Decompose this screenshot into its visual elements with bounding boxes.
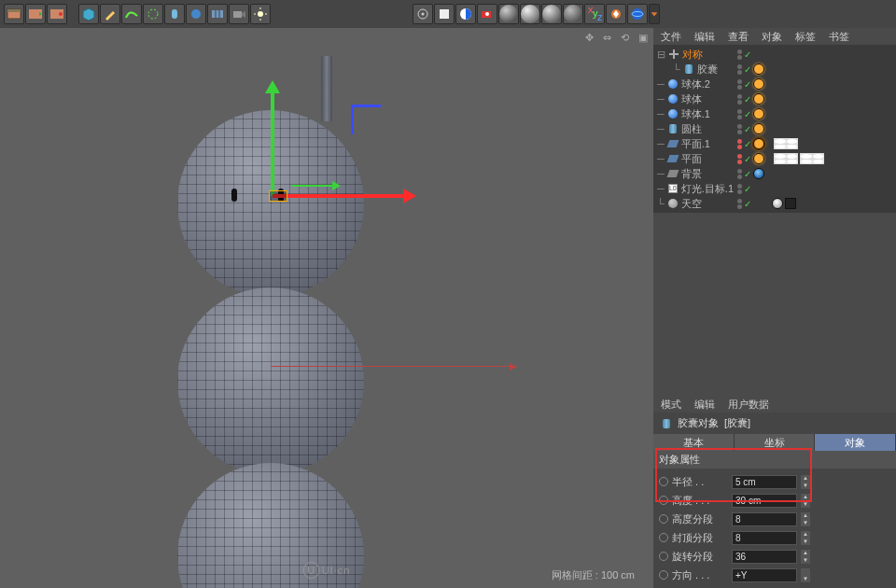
- region-icon[interactable]: [434, 4, 455, 24]
- target-icon[interactable]: [413, 4, 433, 24]
- attr-menu-userdata[interactable]: 用户数据: [728, 398, 769, 412]
- tree-label: 平面: [681, 152, 702, 166]
- mat-ball1-icon[interactable]: [498, 4, 519, 24]
- dropdown-icon[interactable]: ▼: [801, 568, 810, 582]
- toolbar-group-anim: [4, 4, 67, 24]
- orbit-icon[interactable]: ⟲: [621, 32, 629, 44]
- keyframe-dot[interactable]: [659, 514, 668, 524]
- spinner[interactable]: ▲▼: [801, 531, 810, 545]
- mat-ball4-icon[interactable]: [563, 4, 583, 24]
- menu-edit[interactable]: 编辑: [694, 30, 715, 44]
- viewport-nav-icons[interactable]: ✥ ⇔ ⟲ ▣: [585, 32, 648, 44]
- dir-input[interactable]: [732, 568, 797, 582]
- tree-row-plane[interactable]: ─ 平面 ✓: [653, 151, 896, 166]
- tube-icon[interactable]: [164, 4, 185, 24]
- attr-menu-edit[interactable]: 编辑: [694, 398, 715, 412]
- spinner[interactable]: ▲▼: [801, 475, 810, 489]
- tab-coord[interactable]: 坐标: [735, 434, 816, 451]
- keyframe-icon[interactable]: [25, 4, 46, 24]
- capseg-input[interactable]: [732, 531, 797, 545]
- xyz-icon[interactable]: xyz: [584, 4, 605, 24]
- attr-tabs: 基本 坐标 对象: [653, 434, 896, 451]
- attr-label: 方向 . . .: [672, 568, 728, 582]
- viewport[interactable]: ✥ ⇔ ⟲ ▣ UUI·cn 网格间距 : 100 cm: [0, 28, 653, 588]
- globe-icon[interactable]: [627, 4, 648, 24]
- svg-point-21: [422, 13, 425, 16]
- gizmo-xy-plane[interactable]: [291, 185, 338, 187]
- mat-ball3-icon[interactable]: [541, 4, 562, 24]
- tree-row-bg[interactable]: ─ 背景 ✓: [653, 166, 896, 181]
- keyframe-dot[interactable]: [659, 496, 668, 505]
- mat-ball2-icon[interactable]: [520, 4, 540, 24]
- right-column: 文件 编辑 查看 对象 标签 书签 ⊟ 对称 ✓ └ 胶囊 ✓: [653, 28, 896, 588]
- maximize-icon[interactable]: ▣: [638, 32, 648, 44]
- object-tree[interactable]: ⊟ 对称 ✓ └ 胶囊 ✓ ─ 球体.2 ✓ ─ 球体 ✓: [653, 45, 896, 213]
- tree-label: 平面.1: [681, 137, 710, 151]
- keyframe-dot[interactable]: [659, 570, 668, 580]
- contrast-icon[interactable]: [455, 4, 476, 24]
- render-icon[interactable]: [477, 4, 497, 24]
- attr-menu-mode[interactable]: 模式: [661, 398, 681, 412]
- tree-row-capsule[interactable]: └ 胶囊 ✓: [653, 62, 896, 77]
- camera-icon[interactable]: [229, 4, 249, 24]
- tree-row-sphere[interactable]: ─ 球体 ✓: [653, 91, 896, 106]
- menu-view[interactable]: 查看: [728, 30, 749, 44]
- radius-input[interactable]: [732, 475, 797, 489]
- sphere-icon[interactable]: [186, 4, 206, 24]
- tree-row-plane1[interactable]: ─ 平面.1 ✓: [653, 136, 896, 151]
- svg-rect-8: [172, 9, 177, 19]
- tab-object[interactable]: 对象: [815, 434, 896, 451]
- attr-label: 半径 . .: [672, 475, 728, 489]
- gizmo-x-axis[interactable]: [273, 194, 413, 198]
- tree-label: 圆柱: [681, 122, 702, 136]
- rotseg-input[interactable]: [732, 550, 797, 564]
- tree-label: 球体.2: [681, 77, 710, 91]
- pencil-icon[interactable]: [100, 4, 120, 24]
- curve-icon[interactable]: [121, 4, 142, 24]
- height-input[interactable]: [732, 494, 797, 508]
- tree-row-cylinder[interactable]: ─ 圆柱 ✓: [653, 121, 896, 136]
- grid-icon[interactable]: [207, 4, 228, 24]
- attribute-manager: 模式 编辑 用户数据 胶囊对象 [胶囊] 基本 坐标 对象 对象属性: [653, 396, 896, 588]
- attr-row-height: 高度 . . . ▲▼: [659, 491, 890, 510]
- tree-row-sphere1[interactable]: ─ 球体.1 ✓: [653, 106, 896, 121]
- deformer-icon[interactable]: [143, 4, 163, 24]
- scene-axis-line: [271, 366, 513, 367]
- tree-row-sky[interactable]: └ 天空 ✓: [653, 196, 896, 211]
- tree-row-symmetry[interactable]: ⊟ 对称 ✓: [653, 47, 896, 62]
- zoom-icon[interactable]: ⇔: [603, 32, 611, 44]
- timeline-icon[interactable]: [4, 4, 24, 24]
- hseg-input[interactable]: [732, 512, 797, 526]
- tab-basic[interactable]: 基本: [653, 434, 735, 451]
- motion-icon[interactable]: [47, 4, 67, 24]
- attr-menu: 模式 编辑 用户数据: [653, 396, 896, 413]
- spinner[interactable]: ▲▼: [801, 550, 810, 564]
- tree-row-sphere2[interactable]: ─ 球体.2 ✓: [653, 77, 896, 91]
- menu-tags[interactable]: 标签: [795, 30, 816, 44]
- viewport-grid-label: 网格间距 : 100 cm: [0, 568, 653, 582]
- top-toolbar: xyz: [0, 0, 896, 28]
- keyframe-dot[interactable]: [659, 552, 668, 561]
- menu-object[interactable]: 对象: [762, 30, 782, 44]
- dropdown-icon[interactable]: [649, 4, 660, 24]
- cube-icon[interactable]: [78, 4, 99, 24]
- attr-section-header: 对象属性: [653, 451, 896, 469]
- keyframe-dot[interactable]: [659, 533, 668, 542]
- menu-file[interactable]: 文件: [661, 30, 681, 44]
- gizmo-y-axis[interactable]: [271, 84, 274, 196]
- spinner[interactable]: ▲▼: [801, 494, 810, 508]
- svg-rect-22: [440, 9, 449, 19]
- light-icon[interactable]: [250, 4, 271, 24]
- attr-row-dir: 方向 . . . ▼: [659, 566, 890, 584]
- snap-icon[interactable]: [606, 4, 626, 24]
- pan-icon[interactable]: ✥: [585, 32, 594, 44]
- menu-bookmarks[interactable]: 书签: [829, 30, 849, 44]
- svg-point-7: [148, 9, 158, 19]
- tree-row-light[interactable]: ─L0 灯光.目标.1 ✓: [653, 181, 896, 196]
- svg-marker-14: [242, 11, 245, 18]
- attr-rows: 半径 . . ▲▼ 高度 . . . ▲▼ 高度分段 ▲▼: [653, 469, 896, 588]
- keyframe-dot[interactable]: [659, 477, 668, 486]
- selected-capsule-outline[interactable]: [269, 190, 287, 202]
- spinner[interactable]: ▲▼: [801, 512, 810, 526]
- scene-cylinder-top: [321, 56, 332, 121]
